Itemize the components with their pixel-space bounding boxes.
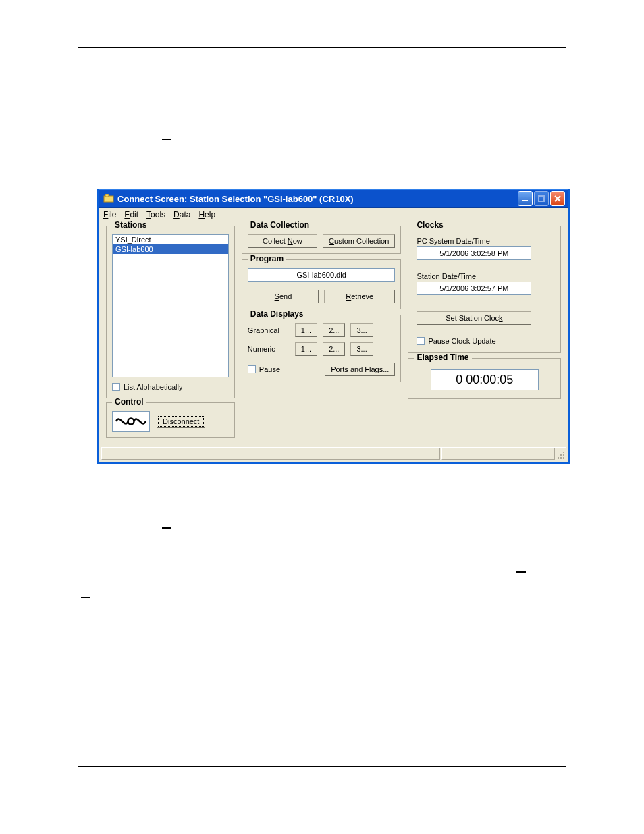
svg-rect-5 [563, 452, 564, 453]
svg-rect-10 [563, 457, 564, 459]
clocks-group: Clocks PC System Date/Time 5/1/2006 3:02… [408, 226, 561, 353]
pc-datetime-value: 5/1/2006 3:02:58 PM [417, 246, 531, 260]
checkbox-box [248, 365, 256, 373]
numeric-3-button[interactable]: 3... [350, 342, 373, 356]
checkbox-label: List Alphabetically [124, 383, 182, 391]
stations-listbox[interactable]: YSI_Direct GSI-lab600 [112, 234, 229, 377]
data-collection-group: Data Collection Collect Now Custom Colle… [242, 226, 402, 254]
checkbox-box [112, 383, 120, 391]
menu-tools[interactable]: Tools [146, 210, 165, 219]
list-item[interactable]: YSI_Direct [113, 235, 228, 244]
data-collection-legend: Data Collection [248, 220, 312, 230]
svg-rect-2 [522, 200, 528, 201]
app-icon [103, 193, 114, 204]
data-displays-legend: Data Displays [248, 309, 306, 319]
list-item[interactable]: GSI-lab600 [113, 244, 228, 254]
control-group: Control Disconnect [106, 402, 235, 438]
stray-mark [516, 571, 526, 573]
checkbox-label: Pause Clock Update [428, 337, 495, 345]
pc-datetime-label: PC System Date/Time [417, 237, 555, 245]
middle-column: Data Collection Collect Now Custom Colle… [242, 226, 402, 388]
connect-screen-window: Connect Screen: Station Selection "GSI-l… [97, 189, 570, 464]
menubar: File Edit Tools Data Help [99, 208, 568, 221]
graphical-1-button[interactable]: 1... [295, 323, 317, 337]
svg-rect-9 [560, 457, 562, 459]
ports-and-flags-button[interactable]: Ports and Flags... [325, 363, 395, 376]
menu-help[interactable]: Help [198, 210, 215, 219]
program-filename: GSI-lab600.dld [248, 268, 396, 282]
client-area: Stations YSI_Direct GSI-lab600 List Alph… [99, 221, 568, 462]
stations-group: Stations YSI_Direct GSI-lab600 List Alph… [106, 226, 235, 398]
menu-file[interactable]: File [103, 210, 116, 219]
control-legend: Control [112, 397, 146, 407]
checkbox-label: Pause [259, 365, 280, 373]
numeric-label: Numeric [248, 345, 290, 353]
numeric-2-button[interactable]: 2... [323, 342, 345, 356]
set-station-clock-button[interactable]: Set Station Clock [417, 311, 531, 325]
program-group: Program GSI-lab600.dld Send Retrieve [242, 259, 402, 309]
menu-edit[interactable]: Edit [124, 210, 138, 219]
clocks-legend: Clocks [414, 220, 446, 230]
close-button[interactable] [550, 191, 565, 206]
page-bottom-rule [78, 766, 566, 767]
stations-legend: Stations [112, 220, 149, 230]
minimize-button[interactable] [518, 191, 533, 206]
elapsed-time-group: Elapsed Time 0 00:00:05 [408, 358, 561, 399]
graphical-label: Graphical [248, 326, 290, 334]
custom-collection-button[interactable]: Custom Collection [323, 234, 395, 248]
svg-rect-8 [558, 457, 559, 459]
svg-point-4 [128, 419, 134, 425]
statusbar [101, 447, 566, 460]
elapsed-time-legend: Elapsed Time [414, 353, 471, 362]
resize-grip-icon[interactable] [555, 448, 566, 460]
collect-now-button[interactable]: Collect Now [248, 234, 317, 248]
checkbox-box [417, 337, 425, 345]
send-button[interactable]: Send [248, 290, 319, 303]
left-column: Stations YSI_Direct GSI-lab600 List Alph… [106, 226, 235, 443]
status-cell [441, 448, 556, 460]
menu-data[interactable]: Data [173, 210, 190, 219]
right-column: Clocks PC System Date/Time 5/1/2006 3:02… [408, 226, 561, 405]
station-datetime-value: 5/1/2006 3:02:57 PM [417, 282, 531, 295]
stray-mark [81, 597, 90, 598]
data-displays-group: Data Displays Graphical 1... 2... 3... N… [242, 315, 402, 382]
stray-mark [162, 527, 171, 529]
svg-rect-6 [560, 454, 562, 456]
connection-glyph [112, 411, 150, 432]
elapsed-time-value: 0 00:00:05 [431, 369, 539, 390]
pause-clock-update-checkbox[interactable]: Pause Clock Update [417, 337, 495, 345]
numeric-1-button[interactable]: 1... [295, 342, 317, 356]
list-alphabetically-checkbox[interactable]: List Alphabetically [112, 383, 182, 391]
svg-rect-3 [539, 196, 544, 201]
graphical-2-button[interactable]: 2... [323, 323, 345, 337]
retrieve-button[interactable]: Retrieve [324, 290, 395, 303]
page-top-rule [78, 47, 566, 48]
svg-rect-1 [105, 194, 109, 197]
pause-displays-checkbox[interactable]: Pause [248, 365, 280, 373]
graphical-3-button[interactable]: 3... [350, 323, 373, 337]
program-legend: Program [248, 254, 286, 263]
svg-rect-7 [563, 454, 564, 456]
status-cell [101, 448, 440, 460]
station-datetime-label: Station Date/Time [417, 272, 555, 280]
stray-mark [162, 139, 171, 140]
titlebar[interactable]: Connect Screen: Station Selection "GSI-l… [99, 189, 568, 208]
disconnect-button[interactable]: Disconnect [157, 415, 205, 428]
window-controls [518, 191, 565, 206]
maximize-button[interactable] [534, 191, 549, 206]
window-title: Connect Screen: Station Selection "GSI-l… [117, 194, 518, 204]
